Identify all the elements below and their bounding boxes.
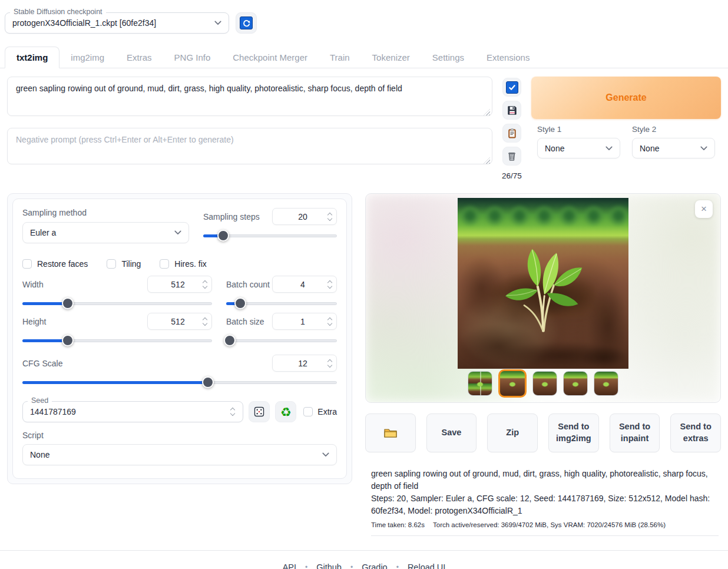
tab-settings[interactable]: Settings xyxy=(421,47,475,68)
checkpoint-select[interactable]: Stable Diffusion checkpoint protogenX34O… xyxy=(5,12,229,34)
sampling-steps-label: Sampling steps xyxy=(203,212,260,221)
checkbox-icon xyxy=(160,259,169,269)
generate-button[interactable]: Generate xyxy=(531,77,721,119)
save-style-button[interactable] xyxy=(502,101,521,120)
slider-thumb[interactable] xyxy=(234,297,246,309)
info-prompt: green sapling rowing out of ground, mud,… xyxy=(371,468,719,492)
paste-params-button[interactable] xyxy=(502,78,521,97)
send-to-img2img-button[interactable]: Send to img2img xyxy=(548,413,599,452)
checkbox-icon xyxy=(303,407,313,416)
negative-prompt-input[interactable] xyxy=(7,128,492,164)
chevron-down-icon xyxy=(700,146,707,151)
send-to-inpaint-button[interactable]: Send to inpaint xyxy=(610,413,660,452)
sampling-steps-input[interactable]: 20 xyxy=(272,208,337,225)
cfg-scale-label: CFG Scale xyxy=(22,359,62,368)
slider-thumb[interactable] xyxy=(202,376,214,388)
info-params: Steps: 20, Sampler: Euler a, CFG scale: … xyxy=(371,492,719,517)
footer-link-api[interactable]: API xyxy=(283,563,296,569)
cfg-scale-input[interactable]: 12 xyxy=(272,355,337,372)
script-select[interactable]: None xyxy=(22,444,337,465)
thumbnail[interactable] xyxy=(532,371,557,396)
height-label: Height xyxy=(22,317,46,326)
open-folder-button[interactable] xyxy=(365,413,416,452)
height-input[interactable]: 512 xyxy=(147,313,212,330)
checkpoint-value: protogenX34OfficialR_1.ckpt [60fe2f34] xyxy=(12,18,214,28)
slider-thumb[interactable] xyxy=(217,230,229,242)
footer-link-reload-ui[interactable]: Reload UI xyxy=(408,563,445,569)
batch-count-label: Batch count xyxy=(226,280,270,289)
thumbnail-grid[interactable] xyxy=(468,371,492,396)
stepper-icon[interactable] xyxy=(202,317,208,326)
recycle-icon: ♻ xyxy=(280,406,292,418)
save-button[interactable]: Save xyxy=(426,413,477,452)
footer: API • Github • Gradio • Reload UI python… xyxy=(0,551,728,569)
thumbnail[interactable] xyxy=(594,371,618,396)
batch-count-slider[interactable] xyxy=(226,297,337,309)
batch-size-input[interactable]: 1 xyxy=(272,313,337,330)
script-label: Script xyxy=(22,431,337,440)
sampling-steps-slider[interactable] xyxy=(203,230,337,242)
checkbox-icon xyxy=(107,259,116,269)
style2-select[interactable]: None xyxy=(632,138,715,158)
height-slider[interactable] xyxy=(22,335,212,346)
tab-extras[interactable]: Extras xyxy=(115,47,163,68)
stepper-icon[interactable] xyxy=(327,280,333,289)
prompt-input[interactable]: green sapling rowing out of ground, mud,… xyxy=(7,77,492,116)
chevron-down-icon xyxy=(322,452,329,457)
stepper-icon[interactable] xyxy=(202,280,208,289)
batch-size-label: Batch size xyxy=(226,317,264,326)
close-icon[interactable]: × xyxy=(695,200,713,218)
footer-link-github[interactable]: Github xyxy=(316,563,342,569)
tab-tokenizer[interactable]: Tokenizer xyxy=(361,47,421,68)
extra-seed-checkbox[interactable]: Extra xyxy=(303,407,337,416)
style1-label: Style 1 xyxy=(537,125,620,134)
batch-size-slider[interactable] xyxy=(226,335,337,346)
thumbnail[interactable] xyxy=(563,371,588,396)
hires-fix-checkbox[interactable]: Hires. fix xyxy=(160,259,206,269)
tab-png-info[interactable]: PNG Info xyxy=(163,47,222,68)
zip-button[interactable]: Zip xyxy=(487,413,538,452)
random-seed-button[interactable] xyxy=(249,401,270,422)
restore-faces-checkbox[interactable]: Restore faces xyxy=(22,259,88,269)
tab-train[interactable]: Train xyxy=(319,47,361,68)
refresh-icon xyxy=(240,16,253,29)
parameters-panel: Sampling method Euler a Sampling steps 2… xyxy=(7,193,352,484)
stepper-icon[interactable] xyxy=(327,359,333,368)
sampling-method-label: Sampling method xyxy=(22,208,189,217)
seed-input[interactable]: Seed 1441787169 xyxy=(22,401,243,422)
style2-label: Style 2 xyxy=(632,125,715,134)
tab-txt2img[interactable]: txt2img xyxy=(5,47,59,68)
cfg-scale-slider[interactable] xyxy=(22,376,337,388)
slider-thumb[interactable] xyxy=(224,335,236,346)
tab-img2img[interactable]: img2img xyxy=(59,47,115,68)
main-tabs: txt2img img2img Extras PNG Info Checkpoi… xyxy=(0,45,728,68)
slider-thumb[interactable] xyxy=(62,297,74,309)
refresh-checkpoints-button[interactable] xyxy=(236,12,257,34)
width-input[interactable]: 512 xyxy=(147,276,212,293)
width-slider[interactable] xyxy=(22,297,212,309)
thumbnail-selected[interactable] xyxy=(498,369,527,398)
thumbnail-strip xyxy=(468,369,618,398)
send-to-extras-button[interactable]: Send to extras xyxy=(670,413,721,452)
checkbox-icon xyxy=(22,259,32,269)
tab-extensions[interactable]: Extensions xyxy=(475,47,541,68)
reuse-seed-button[interactable]: ♻ xyxy=(275,401,296,422)
chevron-down-icon xyxy=(605,146,613,151)
batch-count-input[interactable]: 4 xyxy=(272,276,337,293)
output-gallery: × xyxy=(365,193,721,403)
generation-info: green sapling rowing out of ground, mud,… xyxy=(371,468,719,536)
floppy-disk-icon xyxy=(507,105,518,116)
slider-thumb[interactable] xyxy=(62,335,74,346)
stepper-icon[interactable] xyxy=(230,407,236,416)
tiling-checkbox[interactable]: Tiling xyxy=(107,259,141,269)
stepper-icon[interactable] xyxy=(327,317,333,326)
generated-image[interactable] xyxy=(458,198,628,369)
trash-icon xyxy=(507,151,517,161)
style1-select[interactable]: None xyxy=(537,138,620,158)
clear-prompt-button[interactable] xyxy=(502,147,521,166)
stepper-icon[interactable] xyxy=(327,212,333,221)
footer-link-gradio[interactable]: Gradio xyxy=(362,563,388,569)
apply-style-button[interactable] xyxy=(502,124,521,143)
tab-checkpoint-merger[interactable]: Checkpoint Merger xyxy=(221,47,319,68)
sampling-method-select[interactable]: Euler a xyxy=(22,222,189,243)
